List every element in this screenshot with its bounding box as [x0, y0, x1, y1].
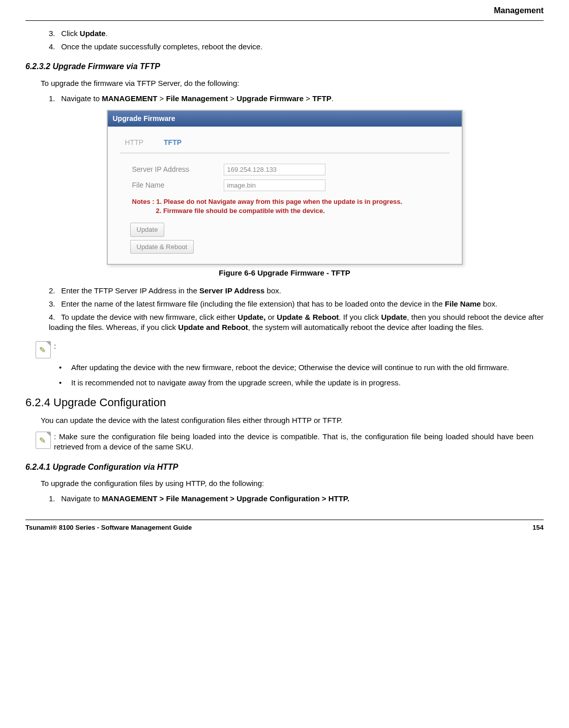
t: Navigate to: [61, 94, 102, 103]
figure-caption: Figure 6-6 Upgrade Firmware - TFTP: [25, 268, 544, 278]
t: , the system will automatically reboot t…: [248, 323, 484, 331]
note-block: :: [36, 341, 544, 358]
b: File Name: [445, 299, 481, 308]
b: MANAGEMENT: [102, 94, 157, 103]
n: 3.: [49, 299, 59, 309]
screenshot-title: Upgrade Firmware: [108, 111, 462, 127]
step-4: 4. Once the update successfully complete…: [49, 42, 544, 52]
label-file-name: File Name: [132, 180, 224, 190]
step-6232-1: 1. Navigate to MANAGEMENT > File Managem…: [49, 94, 544, 104]
step-4-num: 4.: [49, 42, 59, 52]
intro-624: You can update the device with the lates…: [41, 415, 544, 426]
b: TFTP: [312, 94, 332, 103]
note-1: 1. Please do not Navigate away from this…: [156, 198, 402, 205]
note-icon: [36, 432, 51, 449]
n: 2.: [49, 286, 59, 296]
tab-http[interactable]: HTTP: [124, 136, 145, 149]
t: or: [265, 313, 277, 321]
step-after-3: 3. Enter the name of the latest firmware…: [49, 299, 544, 309]
screenshot-panel: Upgrade Firmware HTTP TFTP Server IP Add…: [107, 110, 463, 265]
note-bullet-1: •After updating the device with the new …: [59, 362, 544, 373]
note-2: 2. Firmware file should be compatible wi…: [156, 207, 324, 215]
t: box.: [264, 286, 281, 295]
t: Enter the name of the latest firmware fi…: [61, 299, 445, 308]
b: Update: [381, 313, 407, 321]
step-3-text-a: Click: [61, 29, 80, 38]
header-rule: [25, 20, 544, 21]
tab-tftp[interactable]: TFTP: [163, 136, 183, 149]
b: MANAGEMENT > File Management > Upgrade C…: [102, 494, 349, 503]
t: >: [228, 94, 236, 103]
row-file-name: File Name: [132, 179, 450, 191]
step-6241-1: 1. Navigate to MANAGEMENT > File Managem…: [49, 494, 544, 504]
update-reboot-button[interactable]: Update & Reboot: [130, 240, 194, 254]
n: 1.: [49, 494, 59, 504]
step-3-bold: Update: [80, 29, 106, 38]
note-624: : Make sure the configuration file being…: [36, 432, 533, 452]
step-4-text: Once the update successfully completes, …: [61, 42, 262, 51]
heading-6241: 6.2.4.1 Upgrade Configuration via HTTP: [25, 462, 544, 473]
t: box.: [481, 299, 498, 308]
t: >: [157, 94, 166, 103]
heading-6232: 6.2.3.2 Upgrade Firmware via TFTP: [25, 61, 544, 72]
input-server-ip[interactable]: [224, 164, 325, 175]
b: Update and Reboot: [178, 323, 248, 331]
footer-page-number: 154: [532, 523, 544, 532]
b: Upgrade Firmware: [236, 94, 304, 103]
b: Update & Reboot: [277, 313, 339, 321]
b: File Management: [166, 94, 228, 103]
note-bullet-2: •It is recommended not to navigate away …: [59, 378, 544, 388]
note-icon: [36, 341, 51, 358]
t: Enter the TFTP Server IP Address in the: [61, 286, 199, 295]
t: >: [304, 94, 312, 103]
notes-prefix: Notes :: [132, 198, 155, 205]
note-colon: :: [54, 341, 56, 351]
step-3-text-b: .: [106, 29, 108, 38]
t: After updating the device with the new f…: [71, 362, 509, 373]
step-3: 3. Click Update.: [49, 28, 544, 39]
t: It is recommended not to navigate away f…: [71, 378, 401, 388]
n: 4.: [49, 312, 59, 322]
intro-6241: To upgrade the configuration files by us…: [41, 478, 544, 489]
label-server-ip: Server IP Address: [132, 165, 224, 174]
page-header-title: Management: [25, 5, 544, 16]
intro-6232: To upgrade the firmware via TFTP Server,…: [41, 78, 544, 88]
step-num: 1.: [49, 94, 59, 104]
step-after-2: 2. Enter the TFTP Server IP Address in t…: [49, 286, 544, 296]
t: . If you click: [339, 313, 381, 321]
input-file-name[interactable]: [224, 179, 325, 191]
t: .: [332, 94, 334, 103]
footer: Tsunami® 8100 Series - Software Manageme…: [25, 520, 544, 532]
b: Update,: [237, 313, 265, 321]
t: Navigate to: [61, 494, 102, 503]
note-624-text: : Make sure the configuration file being…: [54, 432, 533, 452]
screenshot-notes: Notes : 1. Please do not Navigate away f…: [132, 197, 450, 216]
update-button[interactable]: Update: [130, 223, 165, 237]
footer-left: Tsunami® 8100 Series - Software Manageme…: [25, 523, 192, 532]
b: Server IP Address: [199, 286, 264, 295]
heading-624: 6.2.4 Upgrade Configuration: [25, 395, 544, 410]
row-server-ip: Server IP Address: [132, 164, 450, 175]
tabs: HTTP TFTP: [120, 136, 450, 154]
step-after-4: 4. To update the device with new firmwar…: [49, 312, 544, 333]
t: To update the device with new firmware, …: [61, 313, 237, 321]
step-3-num: 3.: [49, 28, 59, 39]
